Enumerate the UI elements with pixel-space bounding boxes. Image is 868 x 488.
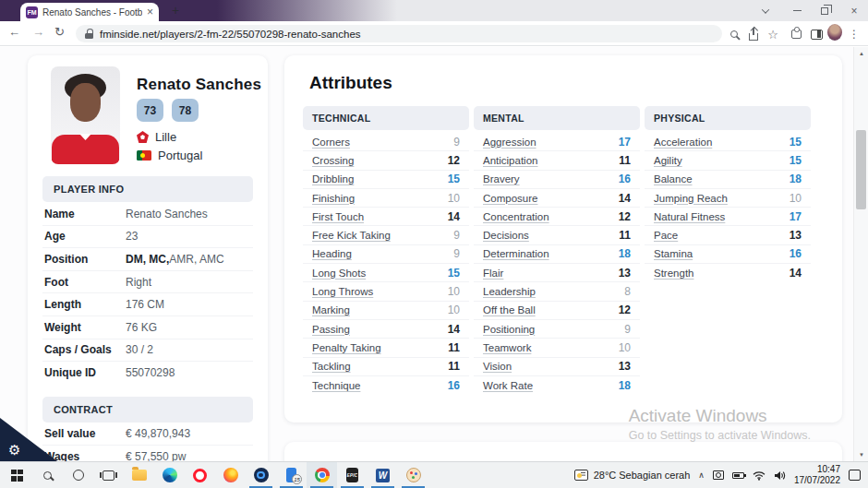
attribute-link[interactable]: Heading (312, 248, 352, 259)
volume-icon[interactable] (774, 470, 786, 481)
attribute-link[interactable]: Leadership (483, 286, 536, 297)
restore-button[interactable] (811, 0, 838, 21)
paint-button[interactable] (398, 462, 428, 488)
technical-column: TECHNICAL Corners9 Crossing12 Dribbling1… (303, 106, 469, 395)
bookmark-star-icon[interactable]: ☆ (766, 28, 780, 41)
epic-games-button[interactable]: EPIC (337, 462, 368, 488)
task-view-button[interactable] (93, 462, 124, 488)
chrome-button[interactable] (307, 462, 337, 488)
club-row[interactable]: Lille (137, 130, 176, 144)
temperature: 28°C (594, 470, 617, 481)
minimize-button[interactable] (783, 0, 811, 21)
attribute-link[interactable]: Anticipation (483, 155, 537, 166)
portugal-flag-icon (137, 150, 151, 161)
opera-button[interactable] (185, 462, 215, 488)
attribute-link[interactable]: Long Throws (312, 286, 373, 297)
zoom-icon[interactable] (727, 28, 741, 41)
attribute-link[interactable]: Tackling (312, 361, 351, 372)
site-favicon-icon: FM (26, 6, 38, 18)
attribute-link[interactable]: Passing (312, 324, 350, 335)
scroll-down-arrow[interactable]: ▼ (854, 448, 868, 461)
attribute-link[interactable]: Crossing (312, 155, 354, 166)
attribute-link[interactable]: Decisions (483, 230, 529, 241)
new-tab-button[interactable]: + (172, 3, 179, 18)
attribute-link[interactable]: Stamina (654, 248, 693, 259)
browser-menu-icon[interactable]: ⋮ (847, 28, 862, 41)
scrollbar-thumb[interactable] (856, 130, 866, 209)
taskbar-clock[interactable]: 10:47 17/07/2022 (794, 464, 840, 487)
windows-logo-icon (11, 470, 23, 482)
attribute-link[interactable]: Pace (654, 230, 678, 241)
lock-icon[interactable] (85, 29, 93, 39)
share-icon[interactable] (746, 28, 761, 41)
attribute-link[interactable]: Dribbling (312, 173, 354, 184)
forward-button[interactable]: → (32, 25, 44, 39)
info-row-position: PositionDM, MC, AMR, AMC (42, 248, 253, 271)
attribute-link[interactable]: Strength (654, 268, 693, 279)
news-and-interests[interactable]: 28°C Sebagian cerah (574, 470, 691, 481)
attribute-link[interactable]: Balance (654, 173, 693, 184)
attribute-link[interactable]: Finishing (312, 193, 355, 204)
attribute-link[interactable]: Work Rate (483, 380, 533, 391)
action-center-icon[interactable] (849, 470, 861, 481)
taskbar-search-button[interactable] (32, 462, 63, 488)
word-button[interactable]: W (368, 462, 398, 488)
attribute-link[interactable]: Corners (312, 137, 350, 148)
attribute-link[interactable]: Aggression (483, 137, 536, 148)
back-button[interactable]: ← (8, 25, 20, 39)
browser-tab[interactable]: FM Renato Sanches - Football Manag × (20, 3, 159, 21)
attribute-link[interactable]: Technique (312, 380, 360, 391)
battery-icon[interactable] (732, 472, 744, 479)
attribute-value: 15 (448, 267, 460, 280)
tray-display-icon[interactable] (713, 470, 724, 480)
attributes-card: Attributes TECHNICAL Corners9 Crossing12… (284, 55, 842, 423)
attribute-link[interactable]: Agility (654, 155, 682, 166)
extensions-icon[interactable] (789, 28, 803, 41)
edge-button[interactable] (154, 462, 185, 488)
attribute-link[interactable]: Acceleration (654, 137, 712, 148)
attribute-link[interactable]: Bravery (483, 173, 520, 184)
media-app-button[interactable] (246, 462, 276, 488)
attribute-link[interactable]: Flair (483, 268, 503, 279)
attribute-value: 12 (619, 210, 631, 223)
attribute-link[interactable]: Determination (483, 248, 549, 259)
refresh-button[interactable]: ↻ (54, 25, 65, 39)
attribute-value: 14 (448, 323, 460, 336)
tray-chevron-up-icon[interactable]: ∧ (698, 470, 705, 480)
attribute-link[interactable]: Penalty Taking (312, 342, 381, 353)
attribute-link[interactable]: Positioning (483, 324, 535, 335)
attribute-value: 10 (448, 285, 460, 298)
address-bar[interactable]: fminside.net/players/2-fm-22/55070298-re… (76, 25, 722, 42)
attribute-link[interactable]: Composure (483, 193, 537, 204)
wifi-icon[interactable] (753, 470, 766, 481)
your-phone-button[interactable]: 15 (276, 462, 307, 488)
attribute-link[interactable]: Off the Ball (483, 304, 536, 315)
close-button[interactable]: × (840, 0, 868, 21)
cortana-button[interactable] (63, 462, 93, 488)
nation-row[interactable]: Portugal (137, 149, 202, 162)
attribute-link[interactable]: Jumping Reach (654, 193, 728, 204)
scroll-up-arrow[interactable]: ▲ (854, 47, 868, 60)
side-panel-icon[interactable] (809, 28, 824, 41)
attribute-link[interactable]: Marking (312, 304, 350, 315)
attr-row: Pace13 (645, 226, 811, 244)
file-explorer-button[interactable] (124, 462, 154, 488)
attribute-link[interactable]: Long Shots (312, 268, 366, 279)
tab-search-chevron-button[interactable] (752, 0, 779, 21)
taskbar-apps: 15 EPIC W (0, 462, 428, 488)
attribute-link[interactable]: First Touch (312, 211, 364, 222)
page-scrollbar[interactable]: ▲ ▼ (853, 47, 868, 461)
start-button[interactable] (2, 462, 32, 488)
attribute-link[interactable]: Vision (483, 361, 512, 372)
attribute-link[interactable]: Natural Fitness (654, 211, 725, 222)
firefox-button[interactable] (215, 462, 246, 488)
phone-icon: 15 (286, 468, 296, 482)
attribute-link[interactable]: Teamwork (483, 342, 531, 353)
attribute-link[interactable]: Concentration (483, 211, 549, 222)
chrome-icon (315, 468, 330, 482)
profile-avatar[interactable] (827, 26, 842, 39)
attribute-link[interactable]: Free Kick Taking (312, 230, 391, 241)
tab-close-icon[interactable]: × (147, 6, 153, 18)
gear-icon[interactable]: ⚙ (8, 442, 20, 458)
attribute-value: 11 (619, 154, 631, 167)
